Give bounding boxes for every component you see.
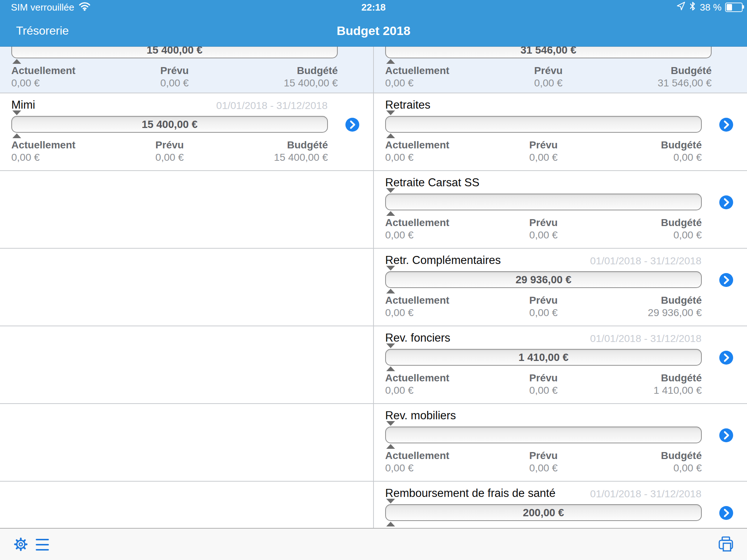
- stat-value-budgeted: 15 400,00 €: [229, 77, 338, 89]
- stat-label-actual: Actuellement: [385, 139, 491, 151]
- row-title: Mimi: [11, 98, 35, 112]
- row-dates: 01/01/2018 - 31/12/2018: [590, 488, 701, 500]
- battery-percentage: 38 %: [700, 2, 721, 13]
- bar-amount: 1 410,00 €: [518, 351, 568, 363]
- marker-down-icon: [386, 421, 395, 426]
- empty-row: [0, 404, 373, 482]
- stat-label-planned: Prévu: [491, 139, 596, 151]
- marker-up-icon: [386, 59, 395, 64]
- budget-bar[interactable]: 29 936,00 €: [385, 271, 702, 288]
- stat-label-budgeted: Budgété: [229, 65, 338, 77]
- stat-label-actual: Actuellement: [385, 65, 494, 77]
- row-detail-button[interactable]: [719, 506, 733, 520]
- stat-value-budgeted: 0,00 €: [596, 229, 702, 241]
- marker-down-icon: [386, 499, 395, 503]
- stat-label-budgeted: Budgété: [603, 65, 712, 77]
- budget-list: 15 400,00 € Actuellement Prévu Budgété 0…: [0, 47, 747, 528]
- budget-row-rev-fonciers[interactable]: Rev. fonciers 01/01/2018 - 31/12/2018 1 …: [374, 326, 747, 404]
- bar-amount: 31 546,00 €: [520, 47, 576, 56]
- stat-value-planned: 0,00 €: [491, 152, 596, 163]
- row-detail-button[interactable]: [345, 118, 359, 132]
- marker-up-icon: [386, 522, 395, 526]
- row-detail-button[interactable]: [719, 118, 733, 132]
- battery-icon: [725, 3, 743, 12]
- stat-label-planned: Prévu: [491, 217, 596, 229]
- marker-down-icon: [386, 266, 395, 271]
- budget-bar[interactable]: [385, 427, 702, 443]
- bar-amount: 15 400,00 €: [147, 47, 202, 56]
- bottom-toolbar: [0, 528, 747, 560]
- stat-value-budgeted: 0,00 €: [596, 462, 702, 474]
- budget-bar[interactable]: 200,00 €: [385, 504, 702, 521]
- budget-row-retr-complementaires[interactable]: Retr. Complémentaires 01/01/2018 - 31/12…: [374, 249, 747, 326]
- budget-bar[interactable]: [385, 194, 702, 210]
- list-button[interactable]: [36, 539, 49, 551]
- row-detail-button[interactable]: [719, 351, 733, 365]
- marker-down-icon: [386, 110, 395, 115]
- chevron-right-icon: [719, 351, 733, 365]
- budget-bar[interactable]: 31 546,00 €: [385, 47, 712, 58]
- marker-up-icon: [386, 366, 395, 371]
- stat-value-budgeted: 31 546,00 €: [603, 77, 712, 89]
- stat-value-planned: 0,00 €: [494, 77, 603, 89]
- stat-value-planned: 0,00 €: [491, 462, 596, 474]
- stat-label-planned: Prévu: [120, 65, 229, 77]
- bar-amount: 29 936,00 €: [515, 274, 571, 286]
- budget-bar[interactable]: 1 410,00 €: [385, 349, 702, 366]
- budget-bar[interactable]: 15 400,00 €: [11, 116, 328, 133]
- bar-amount: 200,00 €: [523, 507, 564, 519]
- row-dates: 01/01/2018 - 31/12/2018: [216, 100, 328, 112]
- stat-label-actual: Actuellement: [385, 295, 491, 306]
- marker-down-icon: [386, 188, 395, 193]
- status-bar: SIM verrouillée 22:18: [0, 0, 747, 15]
- marker-up-icon: [12, 133, 21, 138]
- stat-label-budgeted: Budgété: [222, 139, 328, 151]
- row-title: Retraites: [385, 98, 430, 112]
- chevron-right-icon: [719, 195, 733, 209]
- left-column: 15 400,00 € Actuellement Prévu Budgété 0…: [0, 47, 373, 528]
- budget-row-mimi[interactable]: Mimi 01/01/2018 - 31/12/2018 15 400,00 €…: [0, 93, 373, 171]
- stat-label-budgeted: Budgété: [596, 139, 702, 151]
- row-title: Retr. Complémentaires: [385, 254, 501, 267]
- budget-row-rev-mobiliers[interactable]: Rev. mobiliers Actuellement Prévu Budgét…: [374, 404, 747, 482]
- row-detail-button[interactable]: [719, 273, 733, 287]
- budget-bar[interactable]: [385, 116, 702, 133]
- page-title: Budget 2018: [0, 15, 747, 47]
- stat-value-actual: 0,00 €: [385, 152, 491, 163]
- row-detail-button[interactable]: [719, 195, 733, 209]
- marker-up-icon: [386, 133, 395, 138]
- section-total-right: 31 546,00 € Actuellement Prévu Budgété 0…: [374, 47, 747, 93]
- chevron-right-icon: [719, 428, 733, 442]
- stat-value-budgeted: 1 410,00 €: [596, 385, 702, 396]
- stat-value-actual: 0,00 €: [385, 385, 491, 396]
- settings-button[interactable]: [13, 537, 28, 553]
- budget-row-retraites[interactable]: Retraites Actuellement Prévu Budgété 0,0…: [374, 93, 747, 171]
- hamburger-icon: [36, 539, 49, 551]
- marker-up-icon: [386, 289, 395, 293]
- budget-row-retraite-carsat[interactable]: Retraite Carsat SS Actuellement Prévu Bu…: [374, 171, 747, 249]
- stat-value-budgeted: 0,00 €: [596, 152, 702, 163]
- chevron-right-icon: [719, 273, 733, 287]
- stat-value-actual: 0,00 €: [11, 152, 117, 163]
- row-detail-button[interactable]: [719, 428, 733, 442]
- stat-value-actual: 0,00 €: [385, 229, 491, 241]
- empty-row: [0, 326, 373, 404]
- print-button[interactable]: [717, 536, 735, 554]
- budget-bar[interactable]: 15 400,00 €: [11, 47, 338, 58]
- navigation-bar: Trésorerie Budget 2018: [0, 15, 747, 47]
- section-total-left: 15 400,00 € Actuellement Prévu Budgété 0…: [0, 47, 373, 93]
- gear-icon: [13, 537, 28, 552]
- marker-down-icon: [386, 343, 395, 348]
- stat-value-actual: 0,00 €: [11, 77, 120, 89]
- stat-label-actual: Actuellement: [385, 450, 491, 462]
- stat-label-budgeted: Budgété: [596, 450, 702, 462]
- stat-label-actual: Actuellement: [11, 139, 117, 151]
- empty-row: [0, 171, 373, 249]
- stat-value-planned: 0,00 €: [491, 385, 596, 396]
- marker-up-icon: [386, 211, 395, 216]
- stat-value-actual: 0,00 €: [385, 462, 491, 474]
- stat-value-actual: 0,00 €: [385, 307, 491, 319]
- budget-row-remboursement-sante[interactable]: Remboursement de frais de santé 01/01/20…: [374, 482, 747, 528]
- stat-label-actual: Actuellement: [385, 217, 491, 229]
- row-title: Retraite Carsat SS: [385, 176, 479, 189]
